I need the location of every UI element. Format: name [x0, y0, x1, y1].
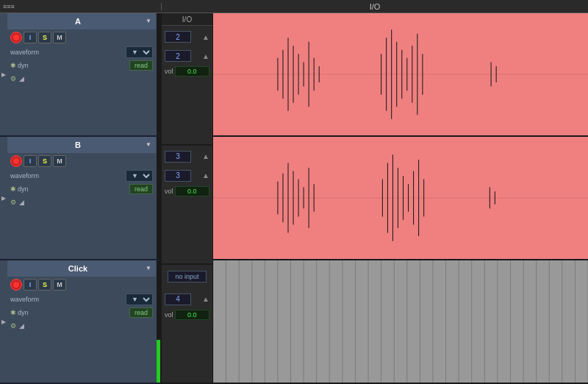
- solo-button-b[interactable]: S: [38, 155, 51, 167]
- io-out-arrow-a[interactable]: ▲: [202, 52, 209, 60]
- misc-icon2-a: ◢: [19, 75, 26, 82]
- io-vol-label-b: vol: [165, 188, 173, 195]
- dyn-label-a: dyn: [18, 62, 129, 69]
- io-panel: I/O 2 ▲ 2 ▲ vol 0.0: [162, 13, 213, 384]
- io-section-click: no input 4 ▲ vol 0.0: [162, 265, 212, 384]
- track-controls-click: I S M: [7, 277, 156, 293]
- dyn-icon-a: ✱: [10, 62, 16, 69]
- io-assign-row-b-in: 3 ▲: [162, 149, 212, 165]
- io-assign-row-b-out: 3 ▲: [162, 168, 212, 184]
- track-header-b: ▶ B ▼ I S M waveform ▼: [0, 137, 160, 260]
- io-vol-value-click[interactable]: 0.0: [175, 310, 209, 320]
- track-name-dropdown-b[interactable]: ▼: [146, 141, 153, 149]
- expand-icon-a[interactable]: ▶: [1, 71, 6, 78]
- tracks-panel: ▶ A ▼ I S M waveform ▼: [0, 13, 162, 384]
- input-button-click[interactable]: I: [24, 279, 37, 291]
- waveform-canvas-a[interactable]: [213, 13, 588, 135]
- track-controls-a: I S M: [7, 29, 156, 46]
- waveform-svg-b: [213, 137, 588, 259]
- track-name-row-a: A ▼: [7, 13, 156, 29]
- waveform-label-click: waveform: [10, 296, 126, 303]
- mute-button-b[interactable]: M: [53, 155, 66, 167]
- rec-button-a[interactable]: [10, 32, 22, 43]
- waveform-track-a[interactable]: [213, 13, 588, 137]
- header-left: ≡≡≡: [0, 3, 162, 10]
- io-section-b: 3 ▲ 3 ▲ vol 0.0: [162, 146, 212, 265]
- waveform-track-b[interactable]: [213, 137, 588, 260]
- track-name-row-click: Click ▼: [7, 260, 156, 277]
- track-misc-row-click: ⚙ ◢: [7, 319, 156, 333]
- rec-button-b[interactable]: [10, 155, 22, 167]
- expand-icon-b[interactable]: ▶: [1, 195, 6, 202]
- track-dyn-row-click: ✱ dyn read: [7, 306, 156, 319]
- dyn-mode-click[interactable]: read: [129, 307, 153, 318]
- io-assign-row-click-out: 4 ▲: [162, 291, 212, 307]
- dyn-mode-b[interactable]: read: [129, 184, 153, 194]
- io-out-b[interactable]: 3: [165, 170, 191, 182]
- io-in-a[interactable]: 2: [165, 31, 191, 43]
- waveform-canvas-b[interactable]: [213, 137, 588, 259]
- io-out-arrow-b[interactable]: ▲: [202, 171, 209, 179]
- io-vol-row-a: vol 0.0: [162, 64, 212, 79]
- track-header-click: ▶ Click ▼ I S M waveform ▼: [0, 260, 160, 384]
- track-controls-b: I S M: [7, 153, 156, 169]
- track-name-a: A: [10, 17, 146, 26]
- io-panel-header: I/O: [162, 13, 212, 26]
- waveform-track-click[interactable]: [213, 260, 588, 384]
- io-out-arrow-click[interactable]: ▲: [202, 295, 209, 303]
- track-dyn-row-b: ✱ dyn read: [7, 182, 156, 196]
- io-label-text: I/O: [370, 2, 381, 11]
- io-in-arrow-a[interactable]: ▲: [202, 33, 209, 41]
- track-misc-row-a: ⚙ ◢: [7, 72, 156, 85]
- waveform-label-a: waveform: [10, 49, 126, 56]
- track-misc-row-b: ⚙ ◢: [7, 196, 156, 209]
- app-container: ≡≡≡ I/O ▶ A ▼ I: [0, 0, 588, 384]
- meter-fill-click: [157, 340, 160, 383]
- waveform-dropdown-b[interactable]: ▼: [126, 170, 153, 182]
- solo-button-a[interactable]: S: [38, 32, 51, 43]
- track-name-click: Click: [10, 264, 146, 273]
- meter-strip-click: [157, 260, 160, 383]
- io-vol-value-b[interactable]: 0.0: [175, 186, 209, 196]
- waveform-canvas-click[interactable]: [213, 260, 588, 383]
- mute-button-a[interactable]: M: [53, 32, 66, 43]
- misc-icon2-b: ◢: [19, 199, 26, 206]
- input-button-b[interactable]: I: [24, 155, 37, 167]
- waveform-dropdown-a[interactable]: ▼: [126, 46, 153, 58]
- io-noinput-click[interactable]: no input: [165, 268, 209, 285]
- dyn-label-b: dyn: [18, 185, 129, 193]
- io-in-b[interactable]: 3: [165, 151, 191, 163]
- misc-icon-b: ⚙: [10, 199, 16, 206]
- track-mode-row-click: waveform ▼: [7, 293, 156, 306]
- track-name-dropdown-a[interactable]: ▼: [146, 18, 153, 25]
- dyn-mode-a[interactable]: read: [129, 60, 153, 71]
- io-header-text: I/O: [182, 15, 192, 24]
- rec-button-click[interactable]: [10, 279, 22, 291]
- io-vol-label-click: vol: [165, 311, 173, 319]
- solo-button-click[interactable]: S: [38, 279, 51, 291]
- waveform-dropdown-click[interactable]: ▼: [126, 294, 153, 305]
- track-name-dropdown-click[interactable]: ▼: [146, 265, 153, 272]
- io-vol-label-a: vol: [165, 68, 173, 75]
- io-out-click[interactable]: 4: [165, 294, 191, 305]
- dyn-icon-click: ✱: [10, 309, 16, 316]
- io-assign-row-a-out: 2 ▲: [162, 48, 212, 64]
- io-section-a: 2 ▲ 2 ▲ vol 0.0: [162, 26, 212, 145]
- dyn-label-click: dyn: [18, 309, 129, 316]
- mute-button-click[interactable]: M: [53, 279, 66, 291]
- input-button-a[interactable]: I: [24, 32, 37, 43]
- misc-icon-click: ⚙: [10, 322, 16, 330]
- meter-strip-a: [157, 13, 160, 135]
- dyn-icon-b: ✱: [10, 185, 16, 193]
- io-in-arrow-b[interactable]: ▲: [202, 152, 209, 160]
- expand-icon-click[interactable]: ▶: [1, 319, 6, 325]
- io-out-a[interactable]: 2: [165, 50, 191, 62]
- io-assign-row-a-in: 2 ▲: [162, 29, 212, 45]
- track-mode-row-a: waveform ▼: [7, 46, 156, 59]
- track-name-row-b: B ▼: [7, 137, 156, 153]
- io-vol-row-click: vol 0.0: [162, 307, 212, 322]
- track-mode-row-b: waveform ▼: [7, 169, 156, 182]
- io-vol-value-a[interactable]: 0.0: [175, 66, 209, 77]
- waveform-svg-a: [213, 13, 588, 135]
- track-header-a: ▶ A ▼ I S M waveform ▼: [0, 13, 160, 137]
